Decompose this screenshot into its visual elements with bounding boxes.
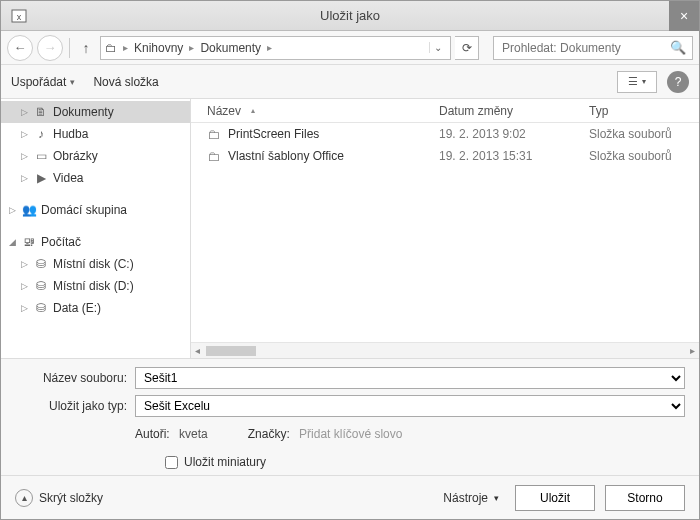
document-icon: 🗎: [33, 105, 49, 119]
sidebar-item-pictures[interactable]: ▷ ▭ Obrázky: [1, 145, 190, 167]
close-button[interactable]: ×: [669, 1, 699, 31]
sidebar: ▷ 🗎 Dokumenty ▷ ♪ Hudba ▷ ▭ Obrázky ▷ ▶ …: [1, 99, 191, 358]
drive-icon: ⛁: [33, 301, 49, 315]
caret-icon: ▷: [19, 281, 29, 291]
hide-folders-button[interactable]: ▴ Skrýt složky: [15, 489, 103, 507]
computer-icon: 🖳: [21, 235, 37, 249]
music-icon: ♪: [33, 127, 49, 141]
authors-value: kveta: [179, 427, 208, 441]
toolbar: Uspořádat ▾ Nová složka ☰ ▾ ?: [1, 65, 699, 99]
form-area: Název souboru: Sešit1 Uložit jako typ: S…: [1, 359, 699, 475]
save-thumbnails-label: Uložit miniatury: [184, 455, 266, 469]
organize-menu[interactable]: Uspořádat ▾: [11, 75, 75, 89]
search-box[interactable]: 🔍: [493, 36, 693, 60]
search-input[interactable]: [500, 40, 670, 56]
chevron-right-icon: ▸: [123, 42, 128, 53]
column-header-type[interactable]: Typ: [589, 104, 699, 118]
column-header-name[interactable]: Název ▴: [191, 104, 439, 118]
scroll-left-icon[interactable]: ◂: [195, 345, 200, 356]
sidebar-item-drive-e[interactable]: ▷ ⛁ Data (E:): [1, 297, 190, 319]
horizontal-scrollbar[interactable]: ◂ ▸: [191, 342, 699, 358]
video-icon: ▶: [33, 171, 49, 185]
folder-icon: 🗀: [207, 127, 220, 142]
sidebar-item-label: Počítač: [41, 235, 81, 249]
filename-combobox[interactable]: Sešit1: [135, 367, 685, 389]
tags-placeholder: Přidat klíčové slovo: [299, 427, 402, 441]
file-list: Název ▴ Datum změny Typ 🗀PrintScreen Fil…: [191, 99, 699, 358]
sidebar-item-label: Data (E:): [53, 301, 101, 315]
caret-down-icon: ◢: [7, 237, 17, 247]
filetype-combobox[interactable]: Sešit Excelu: [135, 395, 685, 417]
chevron-right-icon: ▸: [267, 42, 272, 53]
caret-icon: ▷: [19, 173, 29, 183]
caret-icon: ▷: [19, 129, 29, 139]
sidebar-item-label: Videa: [53, 171, 83, 185]
chevron-down-icon: ▾: [70, 77, 75, 87]
filename-label: Název souboru:: [15, 371, 127, 385]
tools-menu[interactable]: Nástroje ▾: [437, 487, 505, 509]
breadcrumb-item[interactable]: Dokumenty: [200, 41, 261, 55]
list-view-icon: ☰: [628, 75, 638, 88]
nav-bar: ← → ↑ 🗀 ▸ Knihovny ▸ Dokumenty ▸ ⌄ ⟳ 🔍: [1, 31, 699, 65]
bottom-bar: ▴ Skrýt složky Nástroje ▾ Uložit Storno: [1, 475, 699, 519]
folder-icon: 🗀: [207, 149, 220, 164]
save-button[interactable]: Uložit: [515, 485, 595, 511]
file-list-rows: 🗀PrintScreen Files 19. 2. 2013 9:02 Slož…: [191, 123, 699, 342]
save-as-dialog: x Uložit jako × ← → ↑ 🗀 ▸ Knihovny ▸ Dok…: [0, 0, 700, 520]
save-thumbnails-checkbox[interactable]: [165, 456, 178, 469]
file-list-header: Název ▴ Datum změny Typ: [191, 99, 699, 123]
file-row[interactable]: 🗀PrintScreen Files 19. 2. 2013 9:02 Slož…: [191, 123, 699, 145]
svg-text:x: x: [17, 12, 22, 22]
file-type: Složka souborů: [589, 149, 699, 163]
caret-icon: ▷: [19, 259, 29, 269]
file-name: Vlastní šablony Office: [228, 149, 344, 163]
file-row[interactable]: 🗀Vlastní šablony Office 19. 2. 2013 15:3…: [191, 145, 699, 167]
forward-button[interactable]: →: [37, 35, 63, 61]
search-icon: 🔍: [670, 40, 686, 55]
chevron-right-icon: ▸: [189, 42, 194, 53]
breadcrumb-dropdown[interactable]: ⌄: [429, 42, 446, 53]
sidebar-item-computer[interactable]: ◢ 🖳 Počítač: [1, 231, 190, 253]
sort-asc-icon: ▴: [251, 106, 255, 115]
chevron-up-icon: ▴: [15, 489, 33, 507]
image-icon: ▭: [33, 149, 49, 163]
breadcrumb-item[interactable]: Knihovny: [134, 41, 183, 55]
back-button[interactable]: ←: [7, 35, 33, 61]
excel-icon: x: [7, 4, 31, 28]
tags-field[interactable]: Značky: Přidat klíčové slovo: [248, 427, 403, 441]
sidebar-item-drive-c[interactable]: ▷ ⛁ Místní disk (C:): [1, 253, 190, 275]
breadcrumb[interactable]: 🗀 ▸ Knihovny ▸ Dokumenty ▸ ⌄: [100, 36, 451, 60]
title-bar: x Uložit jako ×: [1, 1, 699, 31]
scroll-right-icon[interactable]: ▸: [690, 345, 695, 356]
sidebar-item-music[interactable]: ▷ ♪ Hudba: [1, 123, 190, 145]
filetype-label: Uložit jako typ:: [15, 399, 127, 413]
new-folder-button[interactable]: Nová složka: [93, 75, 158, 89]
sidebar-item-videos[interactable]: ▷ ▶ Videa: [1, 167, 190, 189]
view-options-button[interactable]: ☰ ▾: [617, 71, 657, 93]
help-button[interactable]: ?: [667, 71, 689, 93]
chevron-down-icon: ▾: [494, 493, 499, 503]
sidebar-item-homegroup[interactable]: ▷ 👥 Domácí skupina: [1, 199, 190, 221]
sidebar-item-drive-d[interactable]: ▷ ⛁ Místní disk (D:): [1, 275, 190, 297]
file-date: 19. 2. 2013 15:31: [439, 149, 589, 163]
scrollbar-thumb[interactable]: [206, 346, 256, 356]
sidebar-item-label: Místní disk (D:): [53, 279, 134, 293]
refresh-button[interactable]: ⟳: [455, 36, 479, 60]
folder-library-icon: 🗀: [105, 41, 117, 55]
sidebar-item-label: Obrázky: [53, 149, 98, 163]
caret-icon: ▷: [19, 107, 29, 117]
body: ▷ 🗎 Dokumenty ▷ ♪ Hudba ▷ ▭ Obrázky ▷ ▶ …: [1, 99, 699, 359]
file-name: PrintScreen Files: [228, 127, 319, 141]
window-title: Uložit jako: [1, 8, 699, 23]
authors-field[interactable]: Autoři: kveta: [135, 427, 208, 441]
caret-icon: ▷: [7, 205, 17, 215]
sidebar-item-documents[interactable]: ▷ 🗎 Dokumenty: [1, 101, 190, 123]
authors-label: Autoři:: [135, 427, 170, 441]
drive-icon: ⛁: [33, 257, 49, 271]
cancel-button[interactable]: Storno: [605, 485, 685, 511]
file-type: Složka souborů: [589, 127, 699, 141]
sidebar-item-label: Hudba: [53, 127, 88, 141]
file-date: 19. 2. 2013 9:02: [439, 127, 589, 141]
column-header-date[interactable]: Datum změny: [439, 104, 589, 118]
up-button[interactable]: ↑: [76, 36, 96, 60]
